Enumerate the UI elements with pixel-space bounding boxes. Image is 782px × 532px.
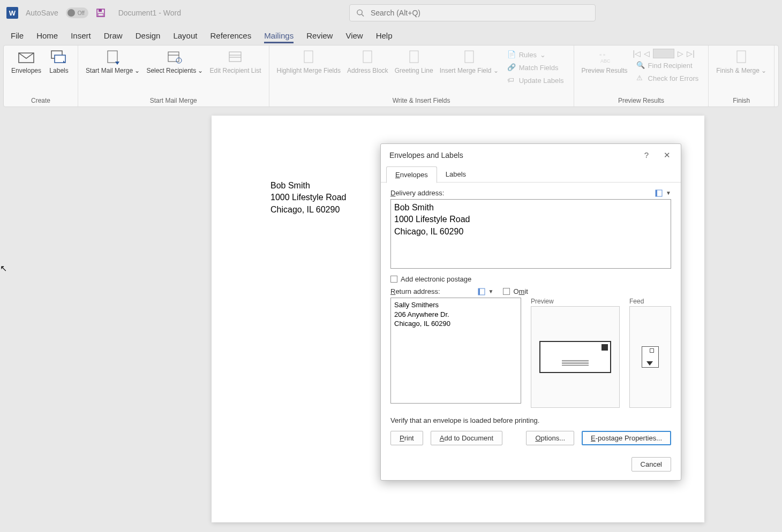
tab-labels[interactable]: Labels <box>437 166 475 183</box>
svg-rect-25 <box>656 190 657 196</box>
svg-rect-1 <box>99 9 102 12</box>
address-book-icon <box>655 189 664 197</box>
svg-rect-20 <box>465 51 473 63</box>
envelopes-dialog: Envelopes and Labels ? ✕ Envelopes Label… <box>380 143 681 481</box>
record-number-input <box>653 49 674 58</box>
next-record-icon: ▷ <box>678 49 683 58</box>
envelope-preview-button[interactable] <box>531 306 620 408</box>
address-book-icon <box>478 288 486 295</box>
document-title: Document1 - Word <box>118 9 181 17</box>
autosave-toggle[interactable]: Off <box>66 7 88 18</box>
omit-checkbox[interactable] <box>503 288 510 295</box>
electronic-postage-checkbox[interactable] <box>390 276 397 283</box>
return-address-book-button[interactable]: ▼ <box>478 288 494 295</box>
find-icon: 🔍 <box>636 61 645 70</box>
greeting-icon <box>405 49 423 66</box>
update-labels-button: 🏷Update Labels <box>504 74 567 86</box>
rules-button: 📄Rules ⌄ <box>504 49 567 60</box>
tab-draw[interactable]: Draw <box>104 28 123 43</box>
tab-home[interactable]: Home <box>36 28 58 43</box>
finish-icon <box>733 49 750 66</box>
chevron-down-icon: ▼ <box>488 288 494 294</box>
ribbon: Envelopes Labels Create Start Mail Merge… <box>3 45 779 107</box>
dialog-titlebar: Envelopes and Labels ? ✕ <box>381 144 681 166</box>
start-mail-merge-button[interactable]: Start Mail Merge ⌄ <box>82 48 143 94</box>
ribbon-group-preview: « »ABC Preview Results |◁ ◁ ▷ ▷| 🔍Find R… <box>574 45 709 107</box>
add-to-document-button[interactable]: Add to Document <box>431 431 502 445</box>
tab-mailings[interactable]: Mailings <box>264 28 294 43</box>
envelopes-button[interactable]: Envelopes <box>8 48 44 94</box>
tab-design[interactable]: Design <box>136 28 161 43</box>
insert-field-icon <box>461 49 478 66</box>
chevron-down-icon: ▼ <box>666 190 671 196</box>
menu-tabs: File Home Insert Draw Design Layout Refe… <box>0 26 782 45</box>
svg-text:ABC: ABC <box>600 58 611 64</box>
svg-rect-14 <box>229 52 241 62</box>
svg-rect-2 <box>98 13 103 16</box>
toggle-knob-icon <box>67 9 75 17</box>
tab-view[interactable]: View <box>345 28 363 43</box>
last-record-icon: ▷| <box>687 49 695 58</box>
match-icon: 🔗 <box>507 63 516 72</box>
check-icon: ⚠ <box>636 74 645 82</box>
electronic-postage-label: Add electronic postage <box>401 275 471 283</box>
tab-insert[interactable]: Insert <box>71 28 91 43</box>
tab-help[interactable]: Help <box>376 28 393 43</box>
delivery-address-label: Delivery address: <box>390 189 444 197</box>
return-address-input[interactable] <box>390 298 521 404</box>
preview-label: Preview <box>531 298 620 305</box>
save-icon[interactable] <box>96 8 106 18</box>
svg-rect-27 <box>478 288 480 295</box>
edit-recipient-list-button: Edit Recipient List <box>206 48 264 94</box>
options-button[interactable]: Options... <box>526 431 574 445</box>
dialog-close-button[interactable]: ✕ <box>661 150 672 160</box>
feed-preview-button[interactable] <box>629 306 671 408</box>
svg-line-4 <box>362 14 364 17</box>
svg-rect-11 <box>168 52 179 62</box>
print-button[interactable]: Print <box>390 431 423 445</box>
check-errors-button: ⚠Check for Errors <box>633 72 702 84</box>
ribbon-group-start: Start Mail Merge ⌄ Select Recipients ⌄ E… <box>78 45 269 107</box>
envelope-preview-icon <box>539 341 611 373</box>
ribbon-group-write: Highlight Merge Fields Address Block Gre… <box>269 45 574 107</box>
labels-icon <box>50 49 67 66</box>
dialog-title: Envelopes and Labels <box>389 151 463 159</box>
feed-icon <box>642 346 659 368</box>
select-recipients-button[interactable]: Select Recipients ⌄ <box>143 48 206 94</box>
tab-file[interactable]: File <box>11 28 24 43</box>
record-navigation: |◁ ◁ ▷ ▷| <box>633 49 702 58</box>
find-recipient-button: 🔍Find Recipient <box>633 59 702 71</box>
first-record-icon: |◁ <box>633 49 641 58</box>
search-input[interactable] <box>371 9 589 17</box>
edit-list-icon <box>227 49 244 66</box>
cancel-button[interactable]: Cancel <box>631 457 671 472</box>
preview-results-button: « »ABC Preview Results <box>578 48 631 94</box>
insert-merge-field-button: Insert Merge Field ⌄ <box>437 48 502 94</box>
svg-rect-18 <box>363 51 372 63</box>
tab-references[interactable]: References <box>210 28 251 43</box>
tab-review[interactable]: Review <box>306 28 333 43</box>
svg-rect-23 <box>737 51 746 63</box>
svg-rect-17 <box>304 51 313 63</box>
rules-icon: 📄 <box>507 50 516 59</box>
delivery-address-input[interactable] <box>390 199 671 269</box>
prev-record-icon: ◁ <box>644 49 650 58</box>
recipients-icon <box>166 49 183 66</box>
preview-icon: « »ABC <box>596 49 613 66</box>
search-box[interactable] <box>349 4 596 21</box>
tab-layout[interactable]: Layout <box>173 28 197 43</box>
labels-button[interactable]: Labels <box>44 48 73 94</box>
svg-marker-10 <box>115 62 119 65</box>
app-icon: W <box>6 7 18 19</box>
greeting-line-button: Greeting Line <box>392 48 437 94</box>
address-block-icon <box>359 49 376 66</box>
address-book-button[interactable]: ▼ <box>655 189 671 197</box>
dialog-help-button[interactable]: ? <box>641 150 652 160</box>
match-fields-button: 🔗Match Fields <box>504 62 567 73</box>
titlebar: W AutoSave Off Document1 - Word <box>0 0 782 26</box>
cursor-icon: ↖ <box>0 263 7 273</box>
highlight-icon <box>300 49 317 66</box>
epostage-properties-button[interactable]: E-postage Properties... <box>582 431 671 445</box>
tab-envelopes[interactable]: Envelopes <box>386 166 437 183</box>
mail-merge-icon <box>104 49 122 66</box>
